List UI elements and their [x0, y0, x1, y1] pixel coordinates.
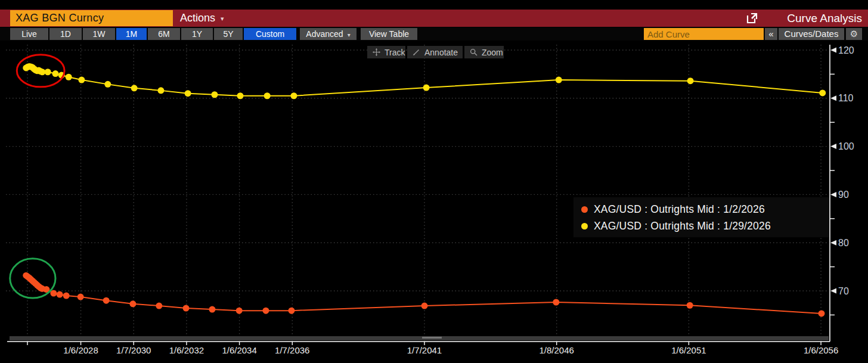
data-point[interactable] [185, 90, 191, 97]
data-point[interactable] [288, 308, 294, 314]
data-point[interactable] [421, 303, 427, 309]
data-point[interactable] [553, 299, 559, 305]
data-point[interactable] [209, 306, 215, 313]
data-point[interactable] [264, 92, 271, 99]
bloomberg-curve-analysis-window: 1/6/20281/7/20301/6/20321/6/20341/7/2036… [0, 0, 868, 363]
data-point[interactable] [262, 308, 269, 314]
x-axis-label: 1/7/2036 [275, 345, 309, 355]
data-point[interactable] [103, 297, 110, 304]
tab-live[interactable]: Live [10, 28, 48, 40]
toolbar-row: Live 1D 1W 1M 6M 1Y 5Y Custom Advanced▾ … [0, 27, 868, 41]
app-title: Curve Analysis [787, 10, 862, 27]
data-point[interactable] [687, 77, 694, 84]
tab-custom[interactable]: Custom [244, 28, 296, 40]
track-crosshair-icon [373, 48, 380, 56]
data-point[interactable] [57, 291, 63, 298]
legend-item[interactable]: XAG/USD : Outrights Mid : 1/2/2026 [581, 201, 829, 218]
tab-1y[interactable]: 1Y [181, 28, 213, 40]
data-point[interactable] [183, 305, 190, 312]
settings-gear-icon[interactable]: ⚙ [846, 28, 862, 40]
legend-label: XAG/USD : Outrights Mid : 1/29/2026 [594, 220, 771, 232]
x-axis-label: 1/8/2046 [539, 345, 574, 355]
data-point[interactable] [131, 85, 138, 91]
x-axis-label: 1/7/2030 [116, 345, 151, 355]
data-point[interactable] [236, 308, 243, 314]
annotate-button[interactable]: Annotate [407, 46, 463, 58]
legend-label: XAG/USD : Outrights Mid : 1/2/2026 [594, 203, 765, 216]
y-axis-label: 110 [838, 93, 854, 103]
data-point[interactable] [156, 303, 162, 309]
advanced-label: Advanced [306, 29, 343, 39]
y-axis-label: 120 [838, 45, 854, 55]
data-point[interactable] [818, 310, 824, 317]
annotate-pencil-icon [413, 48, 420, 56]
data-point[interactable] [66, 74, 72, 80]
export-icon[interactable] [746, 13, 758, 24]
x-axis-label: 1/6/2056 [804, 345, 838, 355]
zoom-label: Zoom [482, 48, 503, 57]
y-axis-label: 90 [838, 190, 849, 200]
zoom-button[interactable]: Zoom [464, 46, 504, 58]
x-axis-label: 1/6/2028 [63, 345, 98, 355]
view-table-button[interactable]: View Table [361, 28, 417, 40]
tab-6m[interactable]: 6M [148, 28, 180, 40]
y-axis-label: 80 [838, 238, 849, 248]
add-curve-input[interactable] [644, 28, 764, 40]
collapse-panel-button[interactable]: « [765, 28, 777, 40]
zoom-magnifier-icon [470, 48, 478, 56]
h-scrollbar-track[interactable] [10, 336, 829, 340]
data-point[interactable] [211, 91, 218, 98]
data-point[interactable] [819, 89, 826, 96]
data-point[interactable] [290, 92, 297, 99]
y-axis-label: 70 [838, 286, 849, 296]
titlebar: XAG BGN Curncy Actions ▾ Curve Analysis [0, 10, 868, 27]
legend: XAG/USD : Outrights Mid : 1/2/2026 XAG/U… [574, 197, 829, 237]
data-point[interactable] [45, 69, 51, 75]
caret-down-icon: ▾ [348, 32, 351, 38]
legend-item[interactable]: XAG/USD : Outrights Mid : 1/29/2026 [581, 218, 829, 234]
legend-dot [581, 206, 588, 213]
data-point[interactable] [63, 293, 70, 299]
data-point[interactable] [104, 81, 111, 88]
actions-label: Actions [180, 10, 215, 27]
series-0 [23, 272, 824, 317]
x-axis-label: 1/6/2032 [169, 345, 204, 355]
gridlines [6, 45, 829, 342]
ticker-input[interactable]: XAG BGN Curncy [10, 10, 173, 26]
curves-dates-button[interactable]: Curves/Dates [779, 28, 844, 40]
x-axis-label: 1/7/2041 [407, 345, 442, 355]
tab-5y[interactable]: 5Y [214, 28, 243, 40]
x-axis-label: 1/6/2051 [671, 345, 706, 355]
annotate-label: Annotate [424, 48, 458, 57]
data-point[interactable] [556, 77, 562, 83]
x-axis-label: 1/6/2034 [222, 345, 256, 355]
y-axis-label: 100 [838, 141, 854, 151]
tab-1d[interactable]: 1D [49, 28, 82, 40]
track-button[interactable]: Track [367, 46, 405, 58]
data-point[interactable] [157, 87, 164, 94]
legend-dot [581, 223, 588, 229]
data-point[interactable] [78, 77, 85, 83]
tab-1w[interactable]: 1W [83, 28, 115, 40]
actions-menu-button[interactable]: Actions ▾ [180, 10, 231, 27]
caret-down-icon: ▾ [221, 9, 224, 27]
data-point[interactable] [237, 92, 243, 99]
data-point[interactable] [423, 85, 430, 91]
data-point[interactable] [78, 294, 84, 300]
track-label: Track [385, 48, 405, 57]
data-point[interactable] [687, 302, 693, 309]
h-scrollbar-thumb[interactable] [422, 337, 442, 339]
advanced-dropdown[interactable]: Advanced▾ [300, 28, 356, 40]
data-point[interactable] [129, 300, 136, 307]
data-point[interactable] [52, 70, 59, 77]
tab-1m[interactable]: 1M [116, 28, 147, 40]
